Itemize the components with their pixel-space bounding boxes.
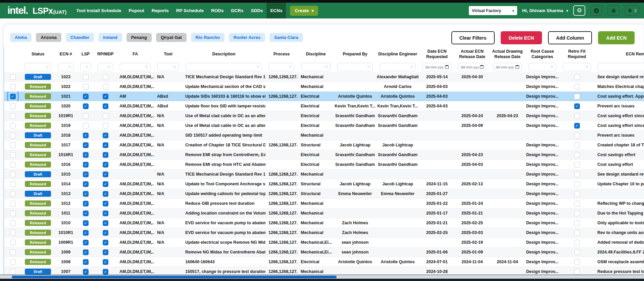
retro-fit-required-checkbox[interactable]: [574, 181, 580, 187]
rpmdp-checkbox[interactable]: [103, 74, 108, 80]
table-row[interactable]: Released1014AM,DI,DM,ET,IM,...N/AUpdate …: [4, 179, 644, 189]
location-chip-penang[interactable]: Penang: [127, 33, 152, 42]
lsp-checkbox[interactable]: [83, 172, 89, 177]
lsp-checkbox[interactable]: [83, 201, 89, 206]
retro-fit-required-checkbox[interactable]: [574, 84, 580, 90]
filter-input-status[interactable]: [24, 63, 51, 71]
root-cause-categories-filter-field[interactable]: [531, 65, 551, 69]
info-button[interactable]: [590, 5, 602, 16]
row-select-checkbox[interactable]: [10, 113, 16, 119]
location-chip-qiryat-gat[interactable]: Qiryat Gat: [156, 33, 187, 42]
rpmdp-checkbox[interactable]: [103, 191, 108, 197]
table-row[interactable]: Released1009R1AM,DI,DM,ET,IM,...N/AUpdat…: [4, 238, 644, 247]
lsp-filter-field[interactable]: [83, 65, 86, 69]
rpmdp-checkbox[interactable]: [103, 259, 108, 265]
location-chip-santa-clara[interactable]: Santa Clara: [269, 33, 303, 42]
filter-funnel-icon[interactable]: [68, 65, 71, 69]
retro-fit-required-checkbox[interactable]: [574, 74, 580, 80]
ecn-remarks-filter-field[interactable]: [600, 65, 644, 69]
row-select-checkbox[interactable]: [10, 269, 16, 275]
date-filter-input-date-ecn-requested[interactable]: dd-mm-yyyy: [423, 63, 451, 71]
table-row[interactable]: Draft1018AM,DI,DM,ET,IM,...SID 150517 ad…: [4, 131, 644, 140]
rpmdp-checkbox[interactable]: [103, 113, 108, 119]
filter-input-ecn-remarks[interactable]: [598, 63, 644, 71]
location-chip-ronler-acres[interactable]: Ronler Acres: [229, 33, 265, 42]
table-row[interactable]: Released1010R1AM,DI,DM,ET,IM,...N/AEVD s…: [4, 228, 644, 238]
filter-input-fa[interactable]: [120, 63, 151, 71]
location-chip-rio-rancho[interactable]: Rio Rancho: [191, 33, 225, 42]
retro-fit-required-checkbox[interactable]: [574, 113, 580, 119]
table-row[interactable]: Released1008AM,DI,DM,ET,IM,...160640-160…: [4, 257, 644, 267]
row-select-checkbox[interactable]: [10, 220, 16, 226]
retro-fit-required-checkbox[interactable]: [574, 249, 580, 255]
rpmdp-checkbox[interactable]: [103, 201, 108, 206]
filter-funnel-icon[interactable]: [108, 65, 110, 69]
scrollbar-thumb[interactable]: [12, 276, 337, 278]
row-select-checkbox[interactable]: [10, 142, 16, 148]
rpmdp-checkbox[interactable]: [103, 210, 108, 216]
rpmdp-checkbox[interactable]: [103, 152, 108, 158]
rpmdp-checkbox[interactable]: [103, 162, 108, 168]
notifications-button[interactable]: 0: [625, 5, 639, 16]
lsp-checkbox[interactable]: [83, 123, 89, 129]
row-select-checkbox[interactable]: [10, 240, 16, 245]
retro-fit-required-checkbox[interactable]: [574, 191, 580, 197]
filter-funnel-icon[interactable]: [174, 65, 176, 69]
location-chip-aloha[interactable]: Aloha: [10, 33, 32, 42]
status-filter-field[interactable]: [27, 65, 46, 69]
table-row[interactable]: Released1020AM,DI,DM,ET,IM,...ABxdUpdate…: [4, 101, 644, 111]
create-button[interactable]: Create: [290, 6, 318, 16]
nav-item-rp-schedule[interactable]: RP Schedule: [172, 3, 207, 18]
filter-input-tool[interactable]: [157, 63, 179, 71]
rpmdp-checkbox[interactable]: [103, 240, 108, 245]
retro-fit-required-checkbox[interactable]: [574, 123, 580, 129]
rpmdp-checkbox[interactable]: [103, 181, 108, 187]
date-filter-input-actual-drawing-release-date[interactable]: dd-mm-yyyy: [493, 63, 522, 71]
lsp-checkbox[interactable]: [83, 84, 89, 90]
row-select-checkbox[interactable]: [10, 133, 16, 138]
tool-filter-field[interactable]: [160, 65, 174, 69]
add-ecn-button[interactable]: Add ECN: [598, 31, 635, 44]
discipline-filter-field[interactable]: [304, 65, 325, 69]
row-select-checkbox[interactable]: [10, 74, 16, 80]
factory-select[interactable]: Virtual Factory: [469, 6, 517, 15]
row-select-checkbox[interactable]: [10, 181, 16, 187]
table-row[interactable]: Released1019AM,DI,DM,ET,IM,...N/AUse of …: [4, 121, 644, 131]
table-row[interactable]: Released1009AM,DI,DM,ET,IM,...Remove NG …: [4, 247, 644, 257]
ecn-filter-field[interactable]: [61, 65, 68, 69]
retro-fit-required-checkbox[interactable]: [574, 152, 580, 158]
nav-item-reports[interactable]: Reports: [148, 3, 172, 18]
rpmdp-checkbox[interactable]: [103, 103, 108, 109]
rpmdp-checkbox[interactable]: [103, 94, 108, 99]
location-chip-arizona[interactable]: Arizona: [36, 33, 61, 42]
nav-item-rods[interactable]: RODs: [207, 3, 228, 18]
lsp-checkbox[interactable]: [83, 113, 89, 119]
nav-item-sdds[interactable]: SDDs: [247, 3, 266, 18]
settings-button[interactable]: [573, 5, 585, 16]
row-select-checkbox[interactable]: [10, 249, 16, 255]
filter-input-retro-fit-required[interactable]: [563, 63, 591, 71]
delete-ecn-button[interactable]: Delete ECN: [501, 31, 542, 44]
filter-funnel-icon[interactable]: [46, 65, 49, 69]
lsp-checkbox[interactable]: [83, 94, 89, 99]
retro-fit-required-checkbox[interactable]: [574, 220, 580, 226]
row-select-checkbox[interactable]: [10, 191, 16, 197]
lsp-checkbox[interactable]: [83, 103, 89, 109]
nav-item-tool-install-schedule[interactable]: Tool Install Schedule: [72, 3, 125, 18]
retro-fit-required-checkbox[interactable]: [574, 94, 580, 99]
calendar-icon[interactable]: [480, 65, 484, 69]
table-row[interactable]: Released1012AM,DI,DM,ET,IM,...Reduce GIB…: [4, 199, 644, 208]
row-select-checkbox[interactable]: [10, 94, 16, 99]
filter-input-process[interactable]: [269, 63, 294, 71]
row-select-checkbox[interactable]: [10, 123, 16, 129]
retro-fit-required-checkbox[interactable]: [574, 142, 580, 148]
retro-fit-required-checkbox[interactable]: [574, 172, 580, 177]
clear-filters-button[interactable]: Clear Filters: [451, 31, 495, 44]
retro-fit-required-checkbox[interactable]: [574, 259, 580, 265]
rpmdp-filter-field[interactable]: [100, 65, 108, 69]
lsp-checkbox[interactable]: [83, 249, 89, 255]
user-greeting[interactable]: Hi, Shivam Sharma: [522, 8, 568, 13]
horizontal-scrollbar[interactable]: [0, 275, 644, 279]
row-select-checkbox[interactable]: [10, 84, 16, 90]
rpmdp-checkbox[interactable]: [103, 142, 108, 148]
